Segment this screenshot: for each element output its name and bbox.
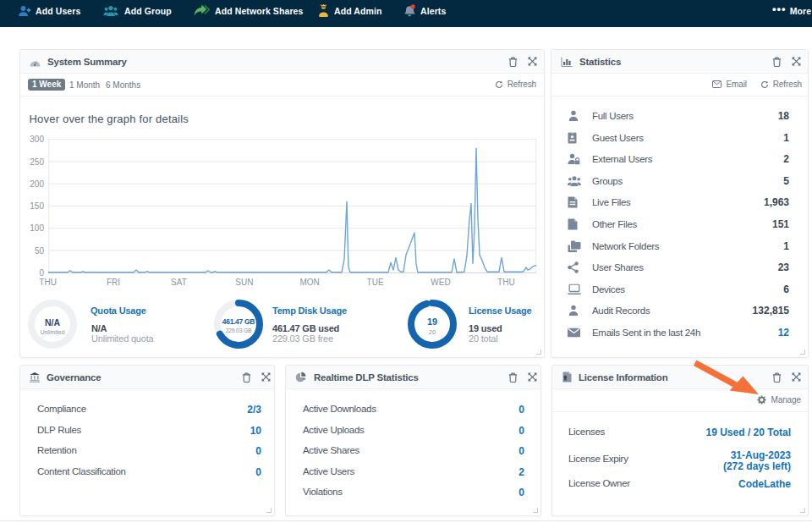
svg-text:THU: THU [39,278,57,287]
svg-text:0: 0 [39,268,44,278]
svg-text:WED: WED [431,278,450,287]
svg-text:150: 150 [30,201,44,211]
svg-text:250: 250 [30,157,44,167]
svg-text:SAT: SAT [171,278,187,287]
svg-text:TUE: TUE [367,278,384,287]
svg-text:FRI: FRI [107,278,120,287]
svg-text:50: 50 [35,246,45,256]
svg-text:300: 300 [30,135,44,144]
svg-text:SUN: SUN [235,278,253,287]
svg-text:THU: THU [497,278,515,287]
svg-text:200: 200 [30,179,44,189]
svg-text:100: 100 [30,223,44,233]
svg-text:MON: MON [300,278,320,287]
